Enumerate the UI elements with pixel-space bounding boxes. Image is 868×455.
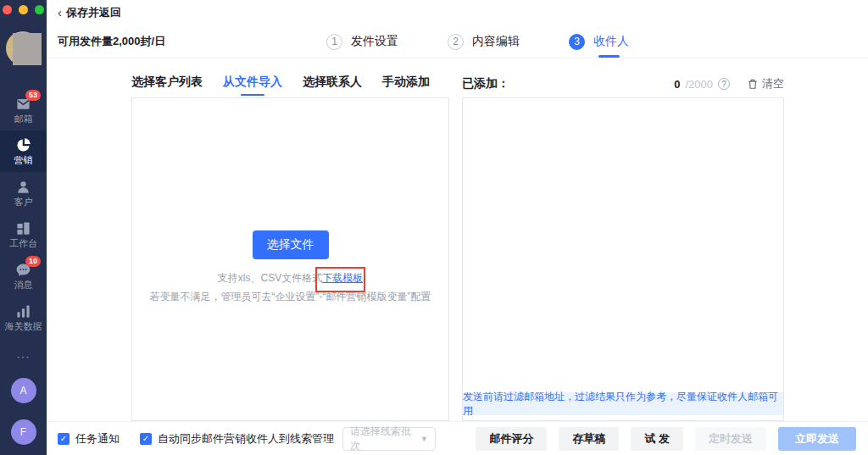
step-send-settings[interactable]: 1 发件设置 [326, 25, 398, 58]
help-icon[interactable]: ? [718, 78, 730, 90]
added-header: 已添加： 0/2000 ? 清空 [462, 75, 784, 93]
clear-all-button[interactable]: 清空 [747, 76, 784, 92]
sidebar-nav: 邮箱 53 营销 客户 工作台 消息 10 海关数据 [0, 89, 47, 338]
topbar: ‹ 保存并返回 [47, 0, 868, 25]
message-badge: 10 [25, 256, 41, 267]
sidebar-item-workbench[interactable]: 工作台 [0, 214, 47, 255]
filter-notice: 发送前请过滤邮箱地址，过滤结果只作为参考，尽量保证收件人邮箱可用 [463, 392, 783, 415]
sidebar-item-mail[interactable]: 邮箱 53 [0, 89, 47, 130]
task-notify-checkbox-group[interactable]: ✓ 任务通知 [58, 431, 120, 447]
customs-data-icon [15, 303, 31, 319]
workspace-avatar[interactable] [4, 30, 43, 70]
sidebar-item-label: 邮箱 [14, 114, 33, 124]
tab-contacts[interactable]: 选择联系人 [303, 75, 362, 90]
send-now-button[interactable]: 立即发送 [778, 427, 856, 451]
email-score-button[interactable]: 邮件评分 [476, 427, 547, 451]
step-label: 收件人 [593, 34, 629, 49]
app-window: 邮箱 53 营销 客户 工作台 消息 10 海关数据 [0, 0, 868, 455]
recipient-source-panel: 选择客户列表 从文件导入 选择联系人 手动添加 选择文件 支持xls、CSV文件… [131, 75, 449, 421]
save-draft-button[interactable]: 存草稿 [559, 427, 619, 451]
tab-customer-list[interactable]: 选择客户列表 [131, 75, 203, 90]
checkbox-checked-icon[interactable]: ✓ [140, 433, 152, 445]
zoom-window-button[interactable] [35, 5, 44, 14]
avatar[interactable]: A [11, 378, 36, 403]
test-send-button[interactable]: 试 发 [631, 427, 683, 451]
workspace-avatar-image [13, 33, 42, 65]
tab-file-import[interactable]: 从文件导入 [223, 75, 282, 90]
step-content-edit[interactable]: 2 内容编辑 [448, 25, 520, 58]
save-and-return-label: 保存并返回 [66, 5, 121, 20]
quota-label: 可用发件量2,000封/日 [58, 34, 165, 49]
download-template-link[interactable]: 下载模板 [322, 272, 363, 284]
sidebar-item-label: 消息 [14, 280, 33, 290]
sync-leads-checkbox-group[interactable]: ✓ 自动同步邮件营销收件人到线索管理 [140, 431, 334, 447]
content-area: 选择客户列表 从文件导入 选择联系人 手动添加 选择文件 支持xls、CSV文件… [47, 59, 868, 421]
sidebar-item-label: 营销 [14, 156, 33, 165]
lead-batch-select[interactable]: 请选择线索批次 ▼ [342, 427, 436, 451]
minimize-window-button[interactable] [19, 5, 28, 14]
step-label: 发件设置 [351, 34, 398, 49]
lead-batch-placeholder: 请选择线索批次 [350, 424, 420, 453]
account-avatars: A F [11, 378, 36, 445]
sidebar-item-messages[interactable]: 消息 10 [0, 255, 47, 297]
added-recipients-panel: 已添加： 0/2000 ? 清空 发送前请过滤邮箱地址，过滤结果只作为参考，尽量… [462, 75, 784, 421]
step-number: 3 [569, 34, 585, 50]
support-text: 支持xls、CSV文件格式 [218, 271, 322, 286]
mail-badge: 53 [25, 90, 41, 101]
added-count-group: 0/2000 ? 清空 [674, 76, 784, 92]
scheduled-send-button[interactable]: 定时发送 [695, 427, 766, 451]
variable-config-hint: 若变量不满足，管理员可去“企业设置”-“邮件营销模版变量”配置 [150, 290, 431, 304]
save-and-return-button[interactable]: ‹ 保存并返回 [58, 5, 121, 20]
sidebar-item-label: 客户 [14, 197, 33, 207]
sidebar-item-label: 工作台 [9, 239, 37, 248]
clear-label: 清空 [762, 76, 784, 92]
main-area: ‹ 保存并返回 可用发件量2,000封/日 1 发件设置 2 内容编辑 3 收件… [47, 0, 868, 455]
avatar[interactable]: F [11, 419, 36, 445]
step-label: 内容编辑 [472, 34, 520, 49]
customer-icon [15, 179, 31, 195]
chevron-down-icon: ▼ [420, 435, 428, 443]
sync-leads-label: 自动同步邮件营销收件人到线索管理 [158, 431, 334, 447]
window-controls [0, 0, 47, 14]
added-recipients-list: 发送前请过滤邮箱地址，过滤结果只作为参考，尽量保证收件人邮箱可用 [462, 97, 784, 421]
added-limit: /2000 [685, 78, 713, 91]
choose-file-button[interactable]: 选择文件 [253, 230, 329, 259]
file-format-hint: 支持xls、CSV文件格式下载模板 [218, 271, 363, 286]
file-import-dropzone: 选择文件 支持xls、CSV文件格式下载模板 若变量不满足，管理员可去“企业设置… [131, 97, 449, 421]
workbench-icon [15, 220, 31, 236]
close-window-button[interactable] [3, 5, 12, 14]
trash-icon [747, 78, 759, 90]
pie-chart-icon [15, 137, 31, 153]
step-number: 1 [326, 34, 342, 50]
steps-bar: 可用发件量2,000封/日 1 发件设置 2 内容编辑 3 收件人 [47, 25, 868, 58]
source-tabs: 选择客户列表 从文件导入 选择联系人 手动添加 [131, 75, 449, 93]
sidebar: 邮箱 53 营销 客户 工作台 消息 10 海关数据 [0, 0, 47, 455]
wizard-steps: 1 发件设置 2 内容编辑 3 收件人 [326, 25, 629, 58]
action-footer: ✓ 任务通知 ✓ 自动同步邮件营销收件人到线索管理 请选择线索批次 ▼ 邮件评分… [47, 421, 868, 455]
step-recipients[interactable]: 3 收件人 [569, 25, 629, 58]
step-number: 2 [448, 34, 464, 50]
sidebar-item-label: 海关数据 [5, 322, 42, 331]
sidebar-item-customers[interactable]: 客户 [0, 172, 47, 214]
sidebar-more-button[interactable]: ··· [17, 350, 31, 363]
checkbox-checked-icon[interactable]: ✓ [58, 433, 70, 445]
task-notify-label: 任务通知 [75, 431, 120, 447]
chevron-left-icon: ‹ [58, 7, 62, 19]
sidebar-item-customs-data[interactable]: 海关数据 [0, 297, 47, 338]
added-count: 0 [674, 78, 680, 91]
sidebar-item-marketing[interactable]: 营销 [0, 130, 47, 172]
added-title: 已添加： [462, 76, 509, 92]
tab-manual-add[interactable]: 手动添加 [382, 75, 430, 90]
